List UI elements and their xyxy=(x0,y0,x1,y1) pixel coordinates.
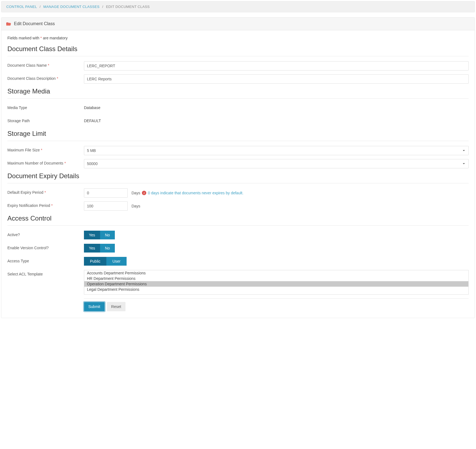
panel-header: Edit Document Class xyxy=(1,17,475,30)
acl-option[interactable]: Operation Department Permissions xyxy=(84,281,468,287)
version-control-toggle: Yes No xyxy=(84,244,115,253)
label-max-docs: Maximum Number of Documents * xyxy=(7,159,84,165)
access-user-button[interactable]: User xyxy=(106,257,127,266)
label-max-file-size: Maximum File Size * xyxy=(7,146,84,152)
label-acl-template: Select ACL Template xyxy=(7,270,84,276)
expiry-hint-text: 0 days indicate that documents never exp… xyxy=(148,191,243,195)
section-rule xyxy=(7,225,469,226)
edit-document-class-panel: Edit Document Class Fields marked with *… xyxy=(1,17,475,318)
label-default-expiry: Default Expiry Period * xyxy=(7,188,84,195)
section-heading-storage-media: Storage Media xyxy=(7,87,469,95)
label-access-type: Access Type xyxy=(7,257,84,263)
max-file-size-select[interactable]: 5 MB xyxy=(84,146,469,155)
access-public-button[interactable]: Public xyxy=(84,257,106,266)
breadcrumb-separator: / xyxy=(101,5,105,9)
label-media-type: Media Type xyxy=(7,104,84,110)
active-yes-button[interactable]: Yes xyxy=(84,231,100,239)
section-heading-access: Access Control xyxy=(7,215,469,222)
breadcrumb-current: EDIT DOCUMENT CLASS xyxy=(106,5,150,9)
active-toggle: Yes No xyxy=(84,231,115,239)
class-desc-input[interactable] xyxy=(84,74,469,84)
active-no-button[interactable]: No xyxy=(100,231,115,239)
acl-option[interactable]: Accounts Department Permissions xyxy=(84,270,468,276)
days-label: Days xyxy=(132,204,140,208)
version-yes-button[interactable]: Yes xyxy=(84,244,100,253)
submit-button[interactable]: Submit xyxy=(84,302,105,311)
section-rule xyxy=(7,56,469,56)
mandatory-note: Fields marked with * are mandatory xyxy=(7,36,469,40)
storage-path-value: DEFAULT xyxy=(84,117,101,123)
section-heading-storage-limit: Storage Limit xyxy=(7,130,469,137)
label-class-desc: Document Class Description * xyxy=(7,74,84,81)
access-type-toggle: Public User xyxy=(84,257,127,266)
section-rule xyxy=(7,141,469,141)
breadcrumb: CONTROL PANEL / MANAGE DOCUMENT CLASSES … xyxy=(1,1,475,12)
breadcrumb-separator: / xyxy=(38,5,42,9)
label-version-control: Enable Version Control? xyxy=(7,244,84,250)
section-rule xyxy=(7,98,469,99)
panel-title: Edit Document Class xyxy=(14,21,55,26)
info-icon: i xyxy=(142,191,146,195)
acl-template-listbox[interactable]: Accounts Department PermissionsHR Depart… xyxy=(84,270,469,295)
label-active: Active? xyxy=(7,231,84,237)
breadcrumb-link-control-panel[interactable]: CONTROL PANEL xyxy=(6,5,37,9)
days-label: Days xyxy=(132,191,140,195)
class-name-input[interactable] xyxy=(84,61,469,71)
label-expiry-notif: Expiry Notification Period * xyxy=(7,201,84,208)
section-heading-expiry: Document Expiry Details xyxy=(7,172,469,180)
section-heading-details: Document Class Details xyxy=(7,45,469,53)
reset-button[interactable]: Reset xyxy=(107,302,126,311)
label-class-name: Document Class Name * xyxy=(7,61,84,68)
folder-open-icon xyxy=(6,22,11,26)
acl-option[interactable]: HR Department Permissions xyxy=(84,276,468,281)
acl-option[interactable]: Legal Department Permissions xyxy=(84,287,468,292)
breadcrumb-link-manage-document-classes[interactable]: MANAGE DOCUMENT CLASSES xyxy=(43,5,100,9)
expiry-notif-input[interactable] xyxy=(84,201,128,211)
section-rule xyxy=(7,183,469,183)
default-expiry-input[interactable] xyxy=(84,188,128,198)
media-type-value: Database xyxy=(84,104,100,110)
max-docs-select[interactable]: 50000 xyxy=(84,159,469,168)
label-storage-path: Storage Path xyxy=(7,117,84,123)
version-no-button[interactable]: No xyxy=(100,244,115,253)
